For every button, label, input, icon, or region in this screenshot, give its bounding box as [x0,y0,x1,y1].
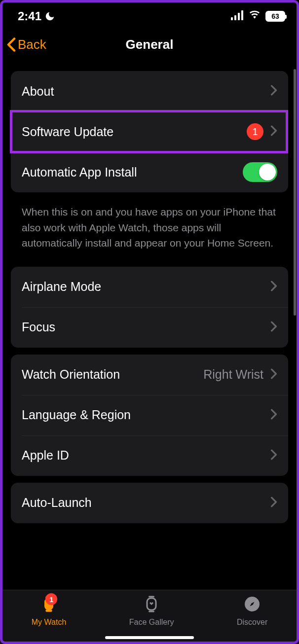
row-apple-id[interactable]: Apple ID [11,435,288,476]
svg-rect-3 [241,10,243,20]
row-watch-orientation[interactable]: Watch Orientation Right Wrist [11,355,288,395]
chevron-right-icon [270,85,277,98]
status-time: 2:41 [18,9,41,23]
row-about[interactable]: About [11,71,288,111]
scroll-indicator[interactable] [294,69,296,316]
row-label: Language & Region [22,408,131,422]
battery-icon: 63 [265,11,285,22]
back-button[interactable]: Back [7,37,46,52]
row-focus[interactable]: Focus [11,307,288,348]
row-software-update[interactable]: Software Update 1 [11,111,288,152]
page-title: General [126,37,174,52]
chevron-right-icon [270,368,277,381]
tab-discover[interactable]: Discover [237,595,267,627]
settings-group: Auto-Launch [11,483,288,523]
row-language-region[interactable]: Language & Region [11,395,288,435]
chevron-right-icon [270,449,277,462]
cellular-icon [231,10,244,22]
tab-label: Face Gallery [129,618,174,627]
chevron-right-icon [270,125,277,138]
row-value: Right Wrist [203,367,263,382]
tab-my-watch[interactable]: 1 My Watch [32,595,67,627]
settings-group: About Software Update 1 Automatic App In… [11,71,288,192]
do-not-disturb-icon [44,11,55,22]
svg-rect-0 [231,17,233,20]
row-label: About [22,84,54,99]
row-label: Focus [22,320,55,334]
row-label: Automatic App Install [22,165,137,179]
tab-label: Discover [237,618,267,627]
compass-icon [243,595,261,615]
chevron-right-icon [270,321,277,334]
watch-face-icon [143,595,160,615]
home-indicator[interactable] [105,636,194,639]
row-label: Software Update [22,125,113,139]
toggle-automatic-install[interactable] [243,162,277,182]
content-scroll[interactable]: About Software Update 1 Automatic App In… [5,64,294,590]
tab-label: My Watch [32,618,67,627]
row-label: Auto-Launch [22,496,92,510]
update-badge: 1 [247,123,263,140]
svg-rect-2 [238,13,240,20]
wifi-icon [248,10,261,22]
row-label: Airplane Mode [22,280,101,294]
battery-level: 63 [265,11,285,22]
row-auto-launch[interactable]: Auto-Launch [11,483,288,523]
chevron-right-icon [270,281,277,293]
settings-group: Watch Orientation Right Wrist Language &… [11,355,288,476]
chevron-right-icon [270,409,277,422]
svg-rect-1 [234,15,236,20]
settings-group: Airplane Mode Focus [11,267,288,348]
chevron-right-icon [270,497,277,509]
row-label: Watch Orientation [22,367,120,382]
screen: 2:41 63 Back General About [0,0,299,644]
row-label: Apple ID [22,448,69,463]
group-footer-text: When this is on and you have apps on you… [5,199,294,260]
back-label: Back [18,37,46,52]
nav-header: Back General [0,29,299,60]
status-bar: 2:41 63 [0,0,299,29]
row-automatic-app-install[interactable]: Automatic App Install [11,152,288,192]
tab-face-gallery[interactable]: Face Gallery [129,595,174,627]
row-airplane-mode[interactable]: Airplane Mode [11,267,288,307]
